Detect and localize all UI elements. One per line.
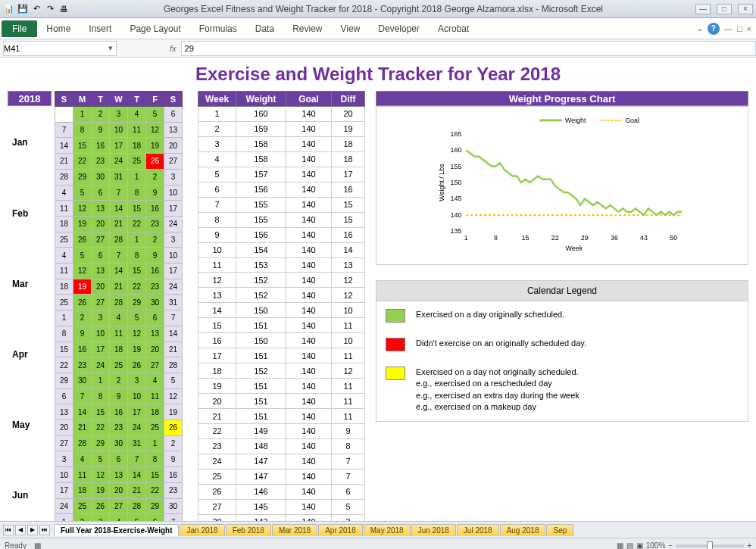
ribbon-tab-acrobat[interactable]: Acrobat xyxy=(429,20,478,37)
calendar-cell[interactable]: 5 xyxy=(146,107,164,123)
calendar-cell[interactable]: 24 xyxy=(92,357,110,373)
calendar-cell[interactable]: 26 xyxy=(146,154,164,170)
zoom-out-button[interactable]: − xyxy=(668,541,673,549)
table-cell[interactable]: 18 xyxy=(198,363,236,379)
calendar-cell[interactable]: 16 xyxy=(110,404,128,420)
calendar-cell[interactable]: 19 xyxy=(73,279,92,295)
sheet-tab[interactable]: May 2018 xyxy=(364,524,411,536)
table-cell[interactable]: 152 xyxy=(236,273,286,288)
sheet-tab[interactable]: Jun 2018 xyxy=(411,524,456,536)
table-cell[interactable]: 145 xyxy=(236,499,286,514)
calendar-cell[interactable]: 11 xyxy=(73,467,92,483)
calendar-cell[interactable]: 31 xyxy=(128,435,146,451)
tab-nav-next[interactable]: ▶ xyxy=(27,525,38,535)
calendar-cell[interactable]: 27 xyxy=(55,435,73,451)
table-cell[interactable]: 140 xyxy=(286,121,332,136)
calendar-cell[interactable]: 28 xyxy=(110,232,128,248)
calendar-cell[interactable]: 17 xyxy=(55,482,73,498)
calendar-cell[interactable]: 2 xyxy=(73,514,92,521)
calendar-cell[interactable]: 16 xyxy=(73,342,92,357)
table-cell[interactable]: 6 xyxy=(198,182,236,197)
calendar-cell[interactable]: 5 xyxy=(73,248,92,264)
table-cell[interactable]: 12 xyxy=(198,273,236,288)
calendar-cell[interactable]: 7 xyxy=(128,451,146,467)
calendar-cell[interactable]: 28 xyxy=(110,295,128,310)
calendar-cell[interactable]: 14 xyxy=(73,404,92,420)
calendar-cell[interactable]: 2 xyxy=(164,435,183,451)
calendar-cell[interactable]: 21 xyxy=(73,420,92,436)
table-cell[interactable]: 151 xyxy=(236,409,286,424)
table-cell[interactable]: 140 xyxy=(286,454,332,469)
calendar-cell[interactable]: 12 xyxy=(73,201,92,217)
window-close-icon[interactable]: × xyxy=(747,24,751,33)
calendar-cell[interactable]: 25 xyxy=(55,295,73,310)
calendar-cell[interactable]: 11 xyxy=(55,264,73,279)
table-cell[interactable]: 13 xyxy=(198,288,236,303)
calendar-cell[interactable]: 22 xyxy=(55,357,73,373)
table-cell[interactable]: 9 xyxy=(332,424,365,439)
table-cell[interactable]: 150 xyxy=(236,303,286,318)
view-break-icon[interactable]: ▣ xyxy=(636,541,643,549)
calendar-cell[interactable]: 17 xyxy=(110,138,128,154)
calendar-cell[interactable]: 1 xyxy=(128,169,146,185)
calendar-cell[interactable]: 24 xyxy=(164,216,183,232)
table-cell[interactable]: 6 xyxy=(332,484,365,499)
calendar-cell[interactable]: 11 xyxy=(128,122,146,138)
table-cell[interactable]: 140 xyxy=(286,514,332,521)
table-cell[interactable]: 9 xyxy=(198,227,236,242)
calendar-cell[interactable]: 23 xyxy=(110,420,128,436)
calendar-cell[interactable]: 2 xyxy=(146,169,164,185)
table-cell[interactable]: 17 xyxy=(198,348,236,363)
calendar-cell[interactable]: 6 xyxy=(146,310,164,326)
calendar-cell[interactable]: 5 xyxy=(164,373,183,388)
name-box[interactable]: M41 ▾ xyxy=(3,41,117,56)
calendar-cell[interactable]: 15 xyxy=(128,201,146,217)
calendar-cell[interactable]: 4 xyxy=(110,514,128,521)
table-cell[interactable]: 140 xyxy=(286,136,332,151)
table-cell[interactable]: 140 xyxy=(286,409,332,424)
ribbon-tab-insert[interactable]: Insert xyxy=(80,20,120,37)
table-cell[interactable]: 147 xyxy=(236,469,286,484)
calendar-cell[interactable]: 25 xyxy=(128,154,146,170)
table-cell[interactable]: 146 xyxy=(236,484,286,499)
calendar-cell[interactable]: 1 xyxy=(146,435,164,451)
table-cell[interactable]: 140 xyxy=(286,197,332,212)
table-cell[interactable]: 151 xyxy=(236,318,286,333)
calendar-cell[interactable]: 26 xyxy=(92,498,110,514)
calendar-cell[interactable]: 4 xyxy=(55,185,73,201)
calendar-cell[interactable]: 19 xyxy=(164,404,183,420)
calendar-cell[interactable]: 17 xyxy=(128,404,146,420)
table-cell[interactable]: 11 xyxy=(332,348,365,363)
close-button[interactable]: × xyxy=(738,4,753,14)
calendar-cell[interactable]: 25 xyxy=(73,498,92,514)
calendar-cell[interactable]: 6 xyxy=(110,451,128,467)
calendar-cell[interactable]: 6 xyxy=(92,248,110,264)
calendar-cell[interactable]: 25 xyxy=(146,420,164,436)
calendar-cell[interactable]: 1 xyxy=(128,232,146,248)
calendar-cell[interactable]: 10 xyxy=(128,388,146,404)
calendar-cell[interactable]: 27 xyxy=(92,295,110,310)
calendar-cell[interactable]: 10 xyxy=(110,122,128,138)
calendar-cell[interactable]: 9 xyxy=(73,326,92,342)
tab-nav-last[interactable]: ⏭ xyxy=(39,525,50,535)
calendar-cell[interactable]: 1 xyxy=(73,107,92,123)
calendar-cell[interactable]: 31 xyxy=(110,169,128,185)
sheet-tab[interactable]: Aug 2018 xyxy=(500,524,546,536)
calendar-cell[interactable]: 17 xyxy=(164,264,183,279)
table-cell[interactable]: 11 xyxy=(198,257,236,273)
table-cell[interactable]: 155 xyxy=(236,212,286,227)
calendar-cell[interactable]: 30 xyxy=(110,435,128,451)
calendar-cell[interactable]: 15 xyxy=(73,138,92,154)
table-cell[interactable]: 140 xyxy=(286,242,332,257)
calendar-cell[interactable]: 29 xyxy=(146,498,164,514)
calendar-cell[interactable]: 9 xyxy=(146,248,164,264)
calendar-cell[interactable]: 14 xyxy=(128,467,146,483)
calendar-cell[interactable]: 29 xyxy=(92,435,110,451)
table-cell[interactable]: 20 xyxy=(332,107,365,122)
table-cell[interactable]: 16 xyxy=(198,333,236,348)
calendar-cell[interactable]: 16 xyxy=(92,138,110,154)
calendar-cell[interactable]: 25 xyxy=(55,232,73,248)
calendar-cell[interactable]: 27 xyxy=(146,357,164,373)
table-cell[interactable]: 140 xyxy=(286,273,332,288)
calendar-cell[interactable]: 19 xyxy=(73,216,92,232)
